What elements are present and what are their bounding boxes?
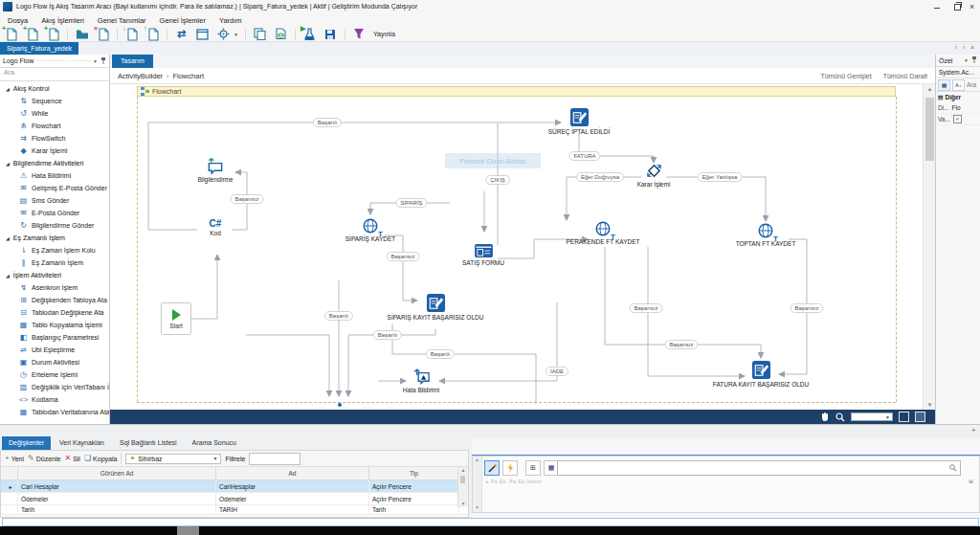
breadcrumb-activitybuilder[interactable]: ActivityBuilder	[118, 72, 163, 80]
menu-item-1[interactable]: Dosya	[8, 16, 28, 25]
tab-close-icon[interactable]: ×	[970, 44, 974, 51]
properties-search-label[interactable]: Ara	[967, 81, 976, 88]
sidebar-drag-handle[interactable]	[36, 59, 90, 63]
collapse-all-link[interactable]: Tümünü Daralt	[883, 73, 927, 79]
column-header-0[interactable]: Görünen Ad	[18, 467, 216, 479]
menu-item-3[interactable]: Genel Tanımlar	[98, 16, 146, 25]
tab-tasarim[interactable]: Tasarım	[112, 55, 153, 68]
node-bilgilendirme[interactable]: Bilgilendirme	[144, 157, 287, 183]
delete-doc-icon[interactable]: ×	[96, 28, 110, 41]
scrollbar-thumb[interactable]	[925, 98, 934, 161]
tree-item-de-i-iklik-i-in-veritaban-i-[interactable]: ▥Değişiklik için VeriTabanı İ	[0, 381, 109, 393]
wand-button[interactable]	[484, 460, 500, 476]
document-tab[interactable]: Sipariş_Fatura_yedek	[0, 42, 78, 55]
db-doc-icon[interactable]	[274, 28, 288, 41]
node-siparis-kayit-basarisiz[interactable]: SİPARİŞ KAYIT BAŞARISIZ OLDU	[364, 293, 507, 321]
tree-item-flowswitch[interactable]: ⇉FlowSwitch	[0, 132, 109, 145]
property-row[interactable]: Va...✓	[936, 114, 980, 125]
table-row[interactable]: ▸Cari HesaplarCariHesaplarAçılır Pencere	[1, 480, 468, 493]
tab-scroll-left-icon[interactable]: ‹	[955, 44, 957, 51]
table-row[interactable]: TarihTARİHTarih	[1, 505, 468, 515]
tree-item-e-zaman-i-lem-kolu[interactable]: ⇂Eş Zaman İşlem Kolu	[0, 244, 109, 256]
node-kod[interactable]: C#Kod	[144, 218, 287, 236]
settings-gear-icon[interactable]	[216, 28, 231, 41]
tree-item-sms-g-nder[interactable]: ▤Sms Gönder	[0, 194, 109, 207]
zoom-magnifier-icon[interactable]	[835, 412, 845, 422]
breadcrumb-flowchart[interactable]: Flowchart	[172, 72, 204, 80]
fit-to-screen-icon[interactable]	[899, 412, 909, 422]
scroll-up-icon[interactable]: ▲	[924, 86, 935, 92]
export-doc-icon[interactable]: ↑	[145, 28, 160, 41]
checkbox-icon[interactable]: ✓	[953, 115, 962, 123]
tree-item-e-zamanl-i-lem[interactable]: ∥Eş Zamanlı İşlem	[0, 256, 109, 269]
sort-az-icon[interactable]: A↓	[952, 79, 965, 91]
save-icon[interactable]	[323, 28, 338, 41]
chevron-down-icon[interactable]: ▼	[234, 32, 238, 37]
pin-icon[interactable]	[971, 56, 977, 64]
expression-group-row[interactable]: ▸ Pa.Ek. Pa.Ek.listesi	[486, 479, 542, 484]
menu-item-4[interactable]: Genel İşlemler	[160, 16, 206, 25]
refresh-icon[interactable]: ⇄	[174, 28, 189, 41]
bottom-tab-veri-kaynaklar-[interactable]: Veri Kaynakları	[53, 436, 111, 450]
sidebar-search-input[interactable]: Ara	[0, 68, 109, 81]
filter-input[interactable]	[249, 453, 301, 465]
pan-hand-icon[interactable]	[820, 412, 830, 422]
new-flow-icon[interactable]: +	[4, 28, 18, 41]
node-start[interactable]: Start	[161, 302, 191, 335]
tree-item-while[interactable]: ↺While	[0, 107, 109, 120]
pin-icon[interactable]	[100, 57, 106, 65]
menu-item-2[interactable]: Akış İşlemleri	[41, 16, 84, 25]
wizard-combo[interactable]: ✦ Sihirbaz ▼	[125, 454, 221, 464]
tree-item-hata-bildirimi[interactable]: ⚠Hata Bildirimi	[0, 169, 109, 182]
tree-item-erteleme-i-lemi[interactable]: ◷Erteleme İşlemi	[0, 368, 109, 381]
copy-icon[interactable]	[253, 28, 267, 41]
grid-scrollbar[interactable]: ▲▼	[457, 467, 468, 507]
restore-icon[interactable]	[954, 4, 961, 11]
tree-item-asenkron-i-lem[interactable]: ↯Asenkron İşlem	[0, 281, 109, 294]
copy-button[interactable]: ❏Kopyala	[84, 455, 117, 462]
tree-item-bilgilendirme-g-nder[interactable]: ↻Bilgilendirme Gönder	[0, 219, 109, 232]
tree-item-de-i-kenden-tabloya-ata[interactable]: ⊞Değişkenden Tabloya Ata	[0, 294, 109, 306]
test-run-icon[interactable]: ▶	[302, 28, 317, 41]
node-toptan-ft-kaydet[interactable]: TTOPTAN FT KAYDET	[694, 223, 837, 247]
tree-item-tablodan-de-i-kene-ata[interactable]: ⊟Tablodan Değişkene Ata	[0, 306, 109, 319]
chevron-down-icon[interactable]: ▼	[964, 57, 969, 63]
publish-funnel-icon[interactable]	[352, 28, 367, 41]
tab-scroll-right-icon[interactable]: ›	[963, 44, 965, 51]
edit-button[interactable]: ✎Düzenle	[28, 455, 60, 462]
tree-item-ba-lang-parametresi[interactable]: ◧Başlangıç Parametresi	[0, 331, 109, 344]
tree-item-tablodan-veritaban-na-ata[interactable]: ▦Tablodan Veritabanına Ata	[0, 406, 109, 418]
tree-group-1[interactable]: ◢Akış Kontrol	[0, 82, 109, 95]
tree-group-2[interactable]: ◢Bilgilendirme Aktiviteleri	[0, 157, 109, 169]
menu-item-5[interactable]: Yardım	[219, 16, 242, 25]
lightning-button[interactable]	[502, 460, 518, 476]
expand-all-link[interactable]: Tümünü Genişlet	[820, 73, 871, 79]
minimize-icon[interactable]	[934, 8, 940, 9]
tree-item-sequence[interactable]: ⇅Sequence	[0, 95, 109, 107]
tree-item-e-posta-g-nder[interactable]: ✉E-Posta Gönder	[0, 207, 109, 219]
mini-scrollbar[interactable]: ▲▼	[473, 457, 482, 512]
tree-item-durum-aktivitesi[interactable]: ▣Durum Aktivitesi	[0, 356, 109, 368]
flowchart-canvas[interactable]: Flowchart Pencere Ekran Alıntısı StartBi…	[110, 84, 935, 410]
node-satis-formu[interactable]: SATIŞ FORMU	[412, 243, 555, 266]
new-doc-icon[interactable]: +	[25, 28, 39, 41]
open-folder-icon[interactable]	[75, 28, 89, 41]
new-button[interactable]: +Yeni	[5, 455, 24, 462]
column-header-1[interactable]: Ad	[216, 467, 369, 479]
node-surec-iptal-edildi[interactable]: SÜREÇ İPTAL EDİLDİ	[507, 107, 651, 135]
chevron-down-icon[interactable]: ▼	[93, 58, 98, 64]
bottom-tab-arama-sonucu[interactable]: Arama Sonucu	[186, 436, 243, 450]
table-row[interactable]: ÖdemelerOdemelerAçılır Pencere	[1, 493, 468, 505]
node-fatura-kayit-basarisiz[interactable]: FATURA KAYIT BAŞARISIZ OLDU	[689, 360, 833, 388]
node-perakende-ft-kaydet[interactable]: TPERAKENDE FT KAYDET	[531, 221, 675, 245]
expression-search-input[interactable]	[557, 460, 961, 476]
node-siparis-kaydet[interactable]: TSİPARİŞ KAYDET	[299, 218, 442, 242]
tree-group-4[interactable]: ◢İşlem Aktiviteleri	[0, 269, 109, 281]
tree-item-karar-i-lemi[interactable]: ◆Karar İşlemi	[0, 145, 109, 157]
overview-icon[interactable]	[915, 412, 925, 422]
tree-item-geli-mi-e-posta-g-nder[interactable]: ✉Gelişmiş E-Posta Gönder	[0, 182, 109, 194]
tree-item-flowchart[interactable]: ⋔Flowchart	[0, 120, 109, 132]
add-column-button[interactable]: ⊞	[525, 460, 541, 476]
property-row[interactable]: Di...Flo	[936, 102, 980, 114]
properties-group-other[interactable]: ⊟ Diğer	[936, 92, 980, 102]
